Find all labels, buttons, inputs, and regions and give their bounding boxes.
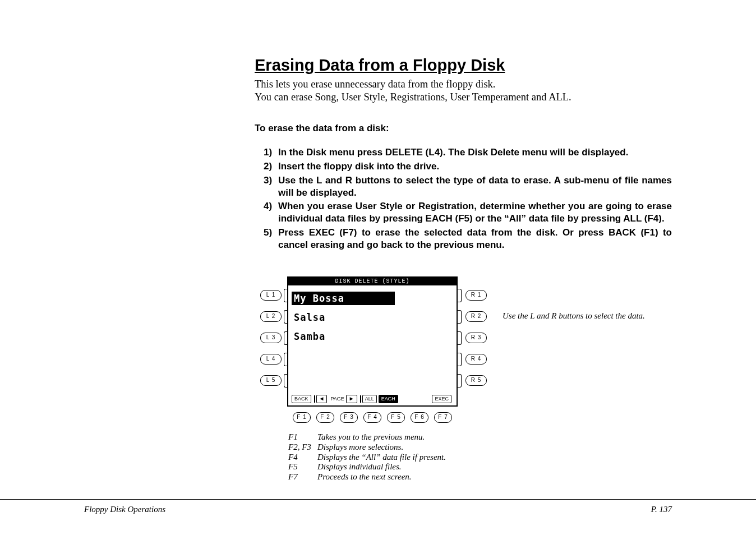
r1-button[interactable]: R 1 (465, 290, 487, 301)
f-keys-row: F 1 F 2 F 3 F 4 F 5 F 6 F 7 (293, 412, 452, 423)
bracket-icon (458, 353, 462, 366)
footer-page-number: P. 137 (651, 505, 672, 514)
step-number: 4) (264, 200, 278, 225)
softkey-page-label: PAGE (330, 396, 344, 402)
lcd-softkey-bar: BACK ◄ PAGE ► ALL EACH EXEC (288, 394, 457, 403)
footer-rule (0, 499, 756, 500)
bracket-icon (458, 374, 462, 388)
step-text: When you erase User Style or Registratio… (278, 200, 672, 225)
intro-line-1: This lets you erase unnecessary data fro… (255, 79, 496, 90)
legend-row: F2, F3Displays more selections. (288, 442, 672, 453)
l2-button[interactable]: L 2 (260, 311, 282, 322)
step-text: Use the L and R buttons to select the ty… (278, 174, 672, 199)
l5-button[interactable]: L 5 (260, 375, 282, 386)
page-title: Erasing Data from a Floppy Disk (255, 56, 672, 75)
f4-button[interactable]: F 4 (363, 412, 381, 423)
footer-section-name: Floppy Disk Operations (84, 505, 165, 514)
intro-text: This lets you erase unnecessary data fro… (255, 78, 672, 104)
divider-icon (360, 395, 361, 403)
lcd-item[interactable]: Salsa (292, 311, 395, 324)
lcd-row-5 (288, 365, 457, 384)
lcd-assembly: L 1 L 2 L 3 L 4 L 5 R 1 R 2 R 3 R 4 R 5 … (258, 276, 673, 422)
step-number: 5) (264, 227, 278, 251)
legend-desc: Displays individual files. (317, 462, 402, 472)
legend-key: F5 (288, 462, 317, 472)
lcd-item (292, 368, 395, 381)
lcd-item-selected[interactable]: My Bossa (292, 292, 395, 305)
legend-desc: Proceeds to the next screen. (317, 472, 412, 482)
r4-button[interactable]: R 4 (465, 354, 487, 365)
f3-button[interactable]: F 3 (340, 412, 358, 423)
l4-button[interactable]: L 4 (260, 354, 282, 365)
step-4: 4) When you erase User Style or Registra… (264, 200, 672, 225)
legend-row: F5Displays individual files. (288, 462, 672, 472)
divider-icon (314, 395, 315, 403)
step-text: In the Disk menu press DELETE (L4). The … (278, 146, 672, 159)
bracket-icon (458, 289, 462, 302)
f2-button[interactable]: F 2 (316, 412, 334, 423)
lcd-row-3: Samba (288, 327, 457, 346)
f7-button[interactable]: F 7 (434, 412, 452, 423)
lcd-item (292, 349, 395, 362)
steps-list: 1) In the Disk menu press DELETE (L4). T… (255, 146, 672, 251)
f6-button[interactable]: F 6 (411, 412, 428, 423)
lcd-title: DISK DELETE (STYLE) (288, 278, 457, 285)
procedure-heading: To erase the data from a disk: (255, 123, 672, 134)
lcd-row-1: My Bossa (288, 289, 457, 308)
legend-key: F4 (288, 453, 317, 463)
legend-row: F7Proceeds to the next screen. (288, 472, 672, 482)
step-2: 2) Insert the floppy disk into the drive… (264, 160, 672, 173)
lcd-screen: DISK DELETE (STYLE) My Bossa Salsa Samba… (287, 276, 458, 407)
f5-button[interactable]: F 5 (387, 412, 405, 423)
content-area: Erasing Data from a Floppy Disk This let… (255, 56, 672, 482)
r3-button[interactable]: R 3 (465, 333, 487, 343)
lcd-rows: My Bossa Salsa Samba (288, 285, 457, 384)
step-5: 5) Press EXEC (F7) to erase the selected… (264, 227, 672, 251)
page-left-icon[interactable]: ◄ (316, 395, 328, 403)
intro-line-2: You can erase Song, User Style, Registra… (255, 91, 571, 103)
legend-row: F4Displays the “All” data file if presen… (288, 453, 672, 463)
f1-button[interactable]: F 1 (293, 412, 311, 423)
legend-desc: Displays the “All” data file if present. (317, 453, 446, 463)
lcd-row-2: Salsa (288, 308, 457, 327)
l1-button[interactable]: L 1 (260, 290, 282, 301)
bracket-icon (458, 331, 462, 345)
legend-desc: Takes you to the previous menu. (317, 432, 425, 442)
step-number: 2) (264, 160, 278, 173)
step-number: 1) (264, 146, 278, 159)
step-3: 3) Use the L and R buttons to select the… (264, 174, 672, 199)
softkey-each-selected[interactable]: EACH (379, 395, 398, 403)
softkey-back[interactable]: BACK (292, 395, 311, 403)
legend-row: F1Takes you to the previous menu. (288, 432, 672, 442)
page: Erasing Data from a Floppy Disk This let… (0, 0, 756, 535)
r5-button[interactable]: R 5 (465, 375, 487, 386)
page-right-icon[interactable]: ► (346, 395, 357, 403)
l3-button[interactable]: L 3 (260, 333, 282, 343)
softkey-exec[interactable]: EXEC (432, 395, 451, 403)
legend-desc: Displays more selections. (317, 442, 403, 453)
step-1: 1) In the Disk menu press DELETE (L4). T… (264, 146, 672, 159)
fkey-legend: F1Takes you to the previous menu. F2, F3… (288, 432, 672, 482)
step-text: Press EXEC (F7) to erase the selected da… (278, 227, 672, 251)
legend-key: F1 (288, 432, 317, 442)
lcd-item[interactable]: Samba (292, 330, 395, 343)
step-text: Insert the floppy disk into the drive. (278, 160, 672, 173)
page-footer: Floppy Disk Operations P. 137 (84, 505, 672, 514)
step-number: 3) (264, 174, 278, 199)
side-note: Use the L and R buttons to select the da… (503, 311, 645, 321)
legend-key: F7 (288, 472, 317, 482)
softkey-all[interactable]: ALL (362, 395, 377, 403)
lcd-row-4 (288, 346, 457, 365)
r2-button[interactable]: R 2 (465, 311, 487, 322)
bracket-icon (458, 310, 462, 324)
legend-key: F2, F3 (288, 442, 317, 453)
